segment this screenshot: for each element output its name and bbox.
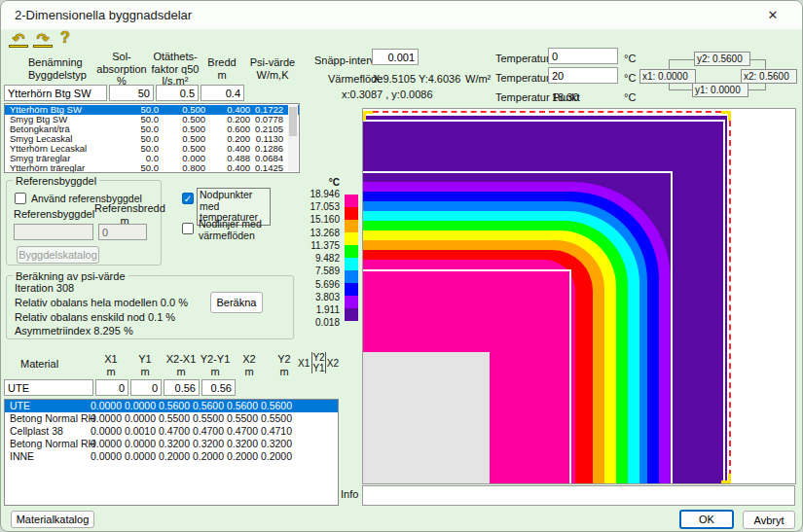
selection-handle[interactable] (721, 111, 731, 121)
title-bar: 2-Dimensionella byggnadsdelar ✕ (1, 1, 803, 30)
scale-color-block (345, 232, 358, 245)
berakning-group-label: Beräkning av psi-värde (13, 270, 128, 282)
material-y1-input[interactable] (130, 379, 162, 396)
scale-label: 13.268 (299, 228, 340, 238)
byggdel-q50-input[interactable] (156, 85, 199, 101)
selection-handle[interactable] (721, 474, 731, 483)
temperatur-punkt-unit: °C (624, 91, 636, 103)
scrollbar[interactable] (288, 105, 298, 171)
table-row[interactable]: Ytterhörn träreglar50.00.8000.4000.1425 (5, 163, 299, 173)
referensbyggdel-label: Referensbyggdel (14, 208, 94, 220)
anvand-referensbyggdel-checkbox[interactable] (15, 193, 26, 204)
scale-label: 3.803 (299, 292, 340, 302)
close-icon[interactable]: ✕ (752, 4, 793, 27)
scale-color-block (345, 283, 358, 296)
material-x1-input[interactable] (95, 379, 128, 396)
coord-y1-field: y1: 0.0000 (692, 83, 748, 97)
info-input[interactable] (362, 485, 795, 506)
scale-label: 5.696 (299, 279, 340, 290)
temperatur-ute-input[interactable] (548, 48, 618, 64)
redo-icon[interactable]: ↷ (33, 31, 53, 48)
scrollbar-thumb[interactable] (289, 107, 297, 136)
scale-color-block (345, 195, 358, 207)
scale-label: 7.589 (299, 266, 340, 276)
temperatur-ute-unit: °C (624, 53, 636, 64)
material-header-y2y1: Y2-Y1 m (196, 353, 235, 377)
info-label: Info (341, 488, 358, 500)
byggdelskatalog-button: Byggdelskatalog (17, 246, 99, 264)
material-header-x2x1: X2-X1 m (162, 353, 201, 377)
material-header-x2: X2 m (233, 353, 266, 377)
scale-label: 18.946 (299, 189, 340, 199)
list-item[interactable]: Betong Normal RH0.00000.00000.32000.3200… (5, 438, 338, 450)
scale-color-block (345, 245, 358, 258)
scale-color-block (345, 270, 358, 283)
dialog-window: 2-Dimensionella byggnadsdelar ✕ ↶ ↷ ? Be… (0, 0, 803, 532)
material-x2x1-input[interactable] (164, 379, 200, 396)
material-name-input[interactable] (4, 379, 93, 396)
list-item[interactable]: Cellplast 380.00000.00100.47000.47000.47… (5, 425, 338, 438)
byggdel-sol-input[interactable] (109, 85, 154, 101)
list-item[interactable]: Betong Normal RH0.00000.00000.55000.5500… (5, 412, 338, 425)
scale-color-block (345, 296, 358, 308)
snapp-intervall-input[interactable] (372, 49, 419, 65)
material-header-y2: Y2 m (268, 353, 301, 377)
materialkatalog-button[interactable]: Materialkatalog (11, 511, 94, 528)
scale-label: 1.911 (299, 304, 340, 315)
iteration-text: Iteration 308 (15, 282, 74, 294)
varmeflode-value: X:9.5105 Y:4.6036 (373, 73, 460, 85)
referensbyggdel-field (14, 224, 93, 240)
material-header: Material (20, 358, 58, 371)
byggdel-name-input[interactable] (4, 85, 107, 101)
selection-marquee (363, 111, 731, 484)
coord-y2-field: y2: 0.5600 (694, 52, 750, 66)
scale-label: 15.160 (299, 214, 340, 225)
list-item[interactable]: UTE0.00000.00000.56000.56000.56000.5600 (5, 400, 338, 412)
avbryt-button[interactable]: Avbryt (743, 511, 795, 529)
byggdel-bredd-input[interactable] (201, 85, 244, 101)
material-list[interactable]: UTE0.00000.00000.56000.56000.56000.5600 … (4, 399, 339, 506)
obalans-nod-text: Relativ obalans enskild nod 0.1 % (15, 311, 175, 323)
heatmap-canvas[interactable] (362, 108, 796, 484)
column-header-q50: Otäthets- faktor q50 l/s,m² (147, 51, 203, 88)
coordinate-convention-diagram: X1 Y2Y1 X2 (298, 352, 339, 373)
referensbredd-field (98, 224, 147, 240)
coord-x2-field: x2: 0.5600 (741, 69, 797, 84)
byggdel-list[interactable]: Ytterhörn Btg SW50.00.5000.4000.1722 Smy… (4, 103, 300, 173)
material-header-y1: Y1 m (128, 353, 162, 377)
help-icon[interactable]: ? (58, 30, 72, 46)
undo-icon[interactable]: ↶ (9, 31, 28, 48)
berakna-button[interactable]: Beräkna (210, 292, 263, 313)
scale-color-block (345, 258, 358, 270)
cursor-position: x:0.3087 , y:0.0086 (342, 89, 433, 100)
material-header-x1: X1 m (94, 353, 128, 377)
material-y2y1-input[interactable] (201, 379, 236, 396)
nodpunkter-checkbox[interactable]: ✓ (182, 193, 194, 204)
column-header-bredd: Bredd m (201, 56, 242, 81)
scale-color-block (345, 220, 358, 232)
ok-button[interactable]: OK (679, 510, 734, 529)
scale-label: 11.375 (299, 240, 340, 251)
scale-color-block (345, 308, 358, 321)
scale-label: 9.482 (299, 253, 340, 264)
varmeflode-unit: W/m² (465, 73, 491, 85)
obalans-modell-text: Relativ obalans hela modellen 0.0 % (15, 297, 188, 308)
temperatur-inne-unit: °C (624, 72, 636, 84)
column-header-psivarde: Psi-värde W/m,K (244, 56, 301, 81)
selection-handle[interactable] (363, 111, 373, 121)
window-title: 2-Dimensionella byggnadsdelar (15, 8, 192, 22)
scale-label: 17.053 (299, 201, 340, 212)
temperatur-punkt-value: 18.30 (552, 91, 579, 103)
list-item[interactable]: INNE0.00000.00000.20000.20000.20000.2000 (5, 450, 338, 463)
nodlinjer-label[interactable]: Nodlinjer med värmeflöden (199, 219, 273, 241)
asymmetriindex-text: Asymmetriindex 8.295 % (15, 325, 133, 337)
nodlinjer-checkbox[interactable] (182, 223, 194, 234)
coord-x1-field: x1: 0.0000 (639, 69, 696, 84)
column-header-solabsorption: Sol- absorption % (94, 51, 149, 88)
scale-label: 0.018 (299, 317, 340, 328)
referensbyggdel-group-label: Referensbyggdel (13, 175, 99, 187)
temperatur-inne-input[interactable] (548, 67, 618, 84)
scale-unit-label: °C (299, 177, 340, 188)
scale-color-block (345, 207, 358, 220)
